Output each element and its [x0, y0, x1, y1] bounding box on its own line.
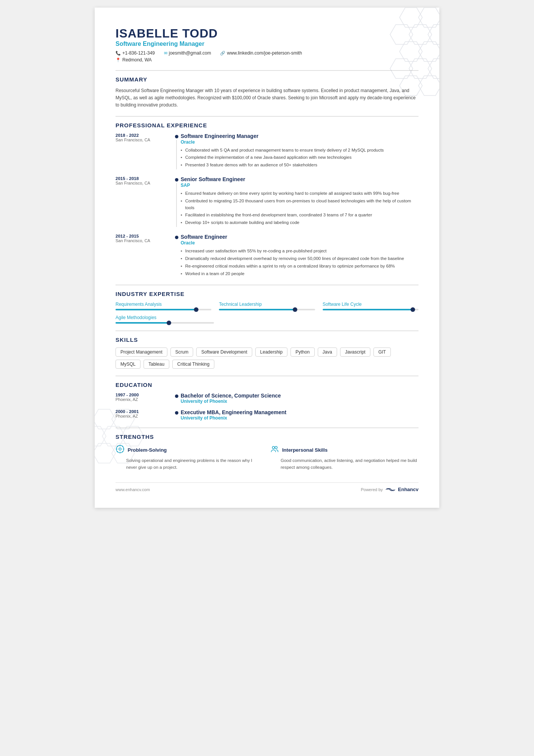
edu-dot-col-2 [172, 409, 181, 421]
job-title: Software Engineering Manager [116, 41, 418, 47]
strength-item-1: Problem-Solving Solving operational and … [116, 445, 264, 471]
education-item-2: 2000 - 2001 Phoenix, AZ Executive MBA, E… [116, 409, 418, 421]
education-divider [116, 427, 418, 428]
exp-line-2 [176, 183, 177, 227]
progress-fill-4 [116, 322, 170, 324]
linkedin-url: www.linkedin.com/joe-peterson-smith [227, 50, 302, 56]
skill-tag-1: Project Management [116, 347, 167, 357]
exp-date-1: 2018 - 2022 [116, 133, 172, 138]
footer: www.enhancv.com Powered by Enhancv [116, 482, 418, 493]
strengths-title: STRENGTHS [116, 434, 418, 440]
strength-icon-1 [116, 445, 125, 455]
exp-dot-1 [175, 135, 178, 138]
skill-tag-6: Java [318, 347, 337, 357]
strength-title-1: Problem-Solving [128, 447, 167, 453]
exp-bullet-2-3: Facilitated in establishing the front-en… [181, 212, 418, 219]
expertise-label-1: Requirements Analysis [116, 302, 211, 307]
svg-point-29 [272, 446, 275, 449]
exp-bullet-2-2: Contributed to migrating 15-20 thousand … [181, 198, 418, 211]
progress-bg-1 [116, 309, 211, 310]
exp-company-3: Oracle [181, 240, 418, 246]
svg-marker-4 [428, 25, 439, 44]
location-icon: 📍 [116, 58, 121, 63]
expertise-item-3: Software Life Cycle [323, 302, 418, 310]
location-item: 📍 Redmond, WA [116, 57, 152, 63]
exp-right-2: Senior Software Engineer SAP Ensured fea… [181, 176, 418, 227]
progress-bg-2 [219, 309, 315, 310]
expertise-section: INDUSTRY EXPERTISE Requirements Analysis… [116, 291, 418, 324]
progress-fill-2 [219, 309, 296, 310]
expertise-item-2: Technical Leadership [219, 302, 315, 310]
svg-point-30 [275, 446, 277, 449]
edu-degree-1: Bachelor of Science, Computer Science [181, 393, 418, 399]
location-row: 📍 Redmond, WA [116, 57, 418, 63]
exp-date-2: 2015 - 2018 [116, 176, 172, 181]
edu-left-2: 2000 - 2001 Phoenix, AZ [116, 409, 172, 421]
exp-left-3: 2012 - 2015 San Francisco, CA [116, 234, 172, 278]
resume-container: ISABELLE TODD Software Engineering Manag… [95, 8, 439, 508]
svg-point-20 [119, 448, 121, 450]
progress-fill-1 [116, 309, 197, 310]
svg-marker-14 [95, 426, 106, 446]
strength-header-1: Problem-Solving [116, 445, 264, 455]
summary-section: SUMMARY Resourceful Software Engineering… [116, 76, 418, 109]
expertise-spacer [222, 315, 418, 324]
exp-title-2: Senior Software Engineer [181, 176, 418, 182]
edu-date-2: 2000 - 2001 [116, 409, 172, 414]
exp-dot-3 [175, 236, 178, 239]
exp-company-1: Oracle [181, 139, 418, 145]
email-icon: ✉ [164, 51, 167, 56]
skills-section: SKILLS Project Management Scrum Software… [116, 337, 418, 369]
exp-dot-col-2 [172, 176, 181, 227]
exp-bullet-1-1: Collaborated with 5 QA and product manag… [181, 147, 418, 154]
linkedin-icon: 🔗 [220, 51, 225, 56]
expertise-title: INDUSTRY EXPERTISE [116, 291, 418, 297]
exp-title-3: Software Engineer [181, 234, 418, 240]
exp-right-3: Software Engineer Oracle Increased user … [181, 234, 418, 278]
location-text: Redmond, WA [122, 57, 152, 63]
skill-tag-8: GIT [373, 347, 391, 357]
exp-company-2: SAP [181, 183, 418, 188]
skill-tag-10: Tableau [144, 360, 169, 369]
phone-icon: 📞 [116, 51, 121, 56]
skills-wrap: Project Management Scrum Software Develo… [116, 347, 418, 369]
skill-tag-2: Scrum [170, 347, 194, 357]
exp-bullet-3-3: Re-engineered critical modules within a … [181, 263, 418, 270]
exp-bullet-3-2: Dramatically reduced development overhea… [181, 255, 418, 262]
svg-marker-11 [418, 76, 439, 95]
svg-marker-1 [418, 8, 439, 27]
summary-text: Resourceful Software Engineering Manager… [116, 87, 418, 109]
strength-title-2: Interpersonal Skills [282, 447, 328, 453]
exp-bullet-2-1: Ensured feature delivery on time every s… [181, 190, 418, 197]
progress-fill-3 [323, 309, 414, 310]
skill-tag-7: Javascript [340, 347, 370, 357]
skill-tag-5: Python [290, 347, 314, 357]
edu-dot-2 [175, 411, 178, 415]
exp-line-1 [176, 140, 177, 169]
progress-bg-4 [116, 322, 214, 324]
skill-tag-3: Software Development [196, 347, 252, 357]
edu-school-1: University of Phoenix [181, 399, 418, 404]
edu-left-1: 1997 - 2000 Phoenix, AZ [116, 393, 172, 404]
skills-title: SKILLS [116, 337, 418, 343]
svg-marker-12 [95, 409, 116, 429]
expertise-item-1: Requirements Analysis [116, 302, 211, 310]
strengths-section: STRENGTHS [116, 434, 418, 471]
edu-date-1: 1997 - 2000 [116, 393, 172, 397]
exp-left-2: 2015 - 2018 San Francisco, CA [116, 176, 172, 227]
candidate-name: ISABELLE TODD [116, 27, 418, 41]
strengths-grid: Problem-Solving Solving operational and … [116, 445, 418, 471]
exp-dot-col-1 [172, 133, 181, 169]
exp-location-3: San Francisco, CA [116, 238, 172, 243]
education-item-1: 1997 - 2000 Phoenix, AZ Bachelor of Scie… [116, 393, 418, 404]
strength-text-2: Good communication, active listening, an… [270, 457, 418, 471]
exp-left-1: 2018 - 2022 San Francisco, CA [116, 133, 172, 169]
experience-item-3: 2012 - 2015 San Francisco, CA Software E… [116, 234, 418, 278]
svg-marker-17 [95, 443, 116, 463]
svg-marker-6 [418, 42, 439, 61]
footer-website: www.enhancv.com [116, 487, 150, 492]
expertise-label-3: Software Life Cycle [323, 302, 418, 307]
skills-divider [116, 376, 418, 376]
email-item: ✉ joesmith@gmail.com [164, 50, 211, 56]
contact-row: 📞 +1-836-121-349 ✉ joesmith@gmail.com 🔗 … [116, 50, 418, 56]
